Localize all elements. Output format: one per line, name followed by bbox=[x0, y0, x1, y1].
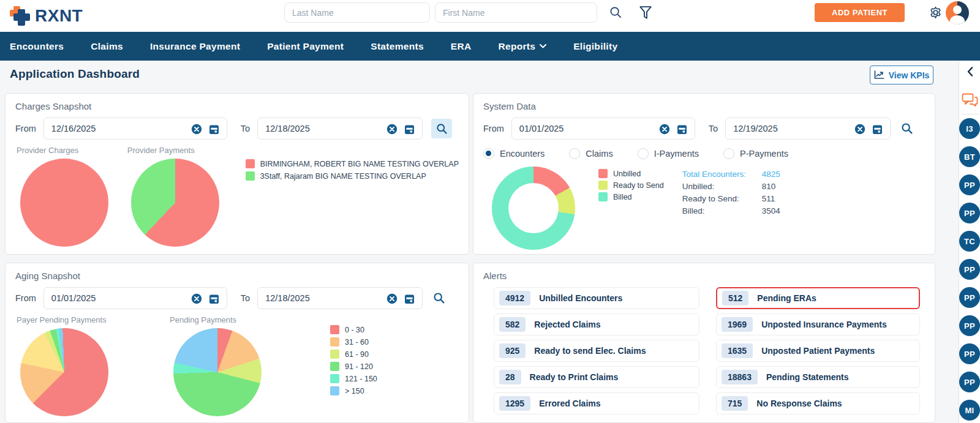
aging-snapshot-panel: Aging Snapshot From To Payer Pending Pay… bbox=[5, 263, 469, 423]
user-avatar[interactable] bbox=[946, 1, 969, 24]
alert-count-badge: 1969 bbox=[722, 317, 753, 332]
legend-label: Ready to Send bbox=[613, 181, 664, 190]
sidebar-divider bbox=[961, 114, 978, 114]
radio-p-payments[interactable]: P-Payments bbox=[723, 148, 788, 159]
legend-swatch bbox=[330, 362, 339, 371]
radio-encounters[interactable]: Encounters bbox=[483, 148, 545, 159]
panel-title: Aging Snapshot bbox=[15, 271, 459, 281]
user-badge[interactable]: PP bbox=[959, 372, 980, 392]
aging-legend: 0 - 30 31 - 60 61 - 90 91 - 120 121 - 15… bbox=[330, 325, 377, 416]
search-button[interactable] bbox=[900, 122, 914, 135]
user-badge[interactable]: PP bbox=[959, 315, 980, 336]
legend-swatch bbox=[330, 386, 339, 395]
user-badge[interactable]: I3 bbox=[959, 118, 980, 139]
from-date-field[interactable] bbox=[43, 118, 227, 140]
search-button[interactable] bbox=[432, 291, 446, 305]
encounters-donut-chart bbox=[492, 167, 575, 250]
calendar-icon[interactable] bbox=[209, 293, 219, 307]
clear-icon[interactable] bbox=[386, 293, 398, 307]
chart-title: Pending Payments bbox=[170, 315, 322, 324]
provider-legend: BIRMINGHAM, ROBERT BIG NAME TESTING OVER… bbox=[246, 159, 459, 247]
to-date-field[interactable] bbox=[257, 287, 423, 309]
chevron-down-icon bbox=[540, 44, 546, 48]
from-date-field[interactable] bbox=[511, 118, 695, 140]
gear-icon[interactable] bbox=[929, 6, 943, 22]
first-name-input[interactable] bbox=[435, 2, 597, 23]
nav-item-statements[interactable]: Statements bbox=[371, 41, 424, 52]
to-date-field[interactable] bbox=[725, 118, 891, 140]
calendar-icon[interactable] bbox=[209, 124, 219, 137]
user-badge[interactable]: MI bbox=[959, 400, 980, 421]
user-badge[interactable]: PP bbox=[959, 343, 980, 364]
user-badge[interactable]: PP bbox=[959, 287, 980, 308]
nav-item-encounters[interactable]: Encounters bbox=[10, 41, 64, 52]
calendar-icon[interactable] bbox=[404, 124, 415, 137]
alert-unposted-insurance-payments[interactable]: 1969Unposted Insurance Payments bbox=[716, 313, 920, 335]
legend-swatch bbox=[598, 181, 608, 190]
alert-label: Ready to Print Claims bbox=[530, 372, 619, 382]
alert-ready-to-send-elec-claims[interactable]: 925Ready to send Elec. Claims bbox=[494, 340, 699, 362]
user-badge[interactable]: PP bbox=[959, 203, 980, 223]
add-patient-button[interactable]: ADD PATIENT bbox=[815, 3, 905, 22]
nav-item-insurance-payment[interactable]: Insurance Payment bbox=[150, 41, 240, 52]
chart-title: Provider Payments bbox=[127, 146, 237, 155]
view-kpis-button[interactable]: View KPIs bbox=[870, 66, 933, 84]
legend-label: 121 - 150 bbox=[345, 375, 377, 383]
clear-icon[interactable] bbox=[191, 293, 202, 307]
calendar-icon[interactable] bbox=[404, 293, 415, 307]
nav-item-claims[interactable]: Claims bbox=[91, 41, 123, 52]
right-sidebar: I3 BT PP PP TC PP PP PP PP PP MI bbox=[959, 61, 980, 423]
alert-pending-statements[interactable]: 18863Pending Statements bbox=[716, 366, 920, 388]
clear-icon[interactable] bbox=[386, 124, 398, 137]
last-name-input[interactable] bbox=[284, 2, 430, 23]
chat-icon[interactable] bbox=[959, 92, 980, 108]
user-badge[interactable]: TC bbox=[959, 231, 980, 252]
legend-swatch bbox=[598, 169, 608, 178]
stat-value: 810 bbox=[762, 182, 776, 191]
legend-swatch bbox=[598, 192, 608, 201]
app-logo: RXNT bbox=[10, 4, 83, 27]
user-badge[interactable]: PP bbox=[959, 174, 980, 195]
alert-rejected-claims[interactable]: 582Rejected Claims bbox=[494, 313, 699, 335]
radio-claims[interactable]: Claims bbox=[569, 148, 612, 159]
panel-title: System Data bbox=[483, 101, 925, 111]
from-label: From bbox=[483, 124, 504, 133]
stat-label: Billed: bbox=[682, 206, 762, 215]
nav-item-patient-payment[interactable]: Patient Payment bbox=[267, 41, 344, 52]
alerts-grid: 4912Unbilled Encounters 512Pending ERAs … bbox=[483, 287, 925, 414]
search-icon bbox=[432, 291, 446, 305]
to-label: To bbox=[241, 293, 250, 303]
alert-ready-to-print-claims[interactable]: 28Ready to Print Claims bbox=[494, 366, 699, 388]
alert-label: Pending Statements bbox=[766, 372, 849, 382]
stat-value: 4825 bbox=[762, 170, 780, 179]
chart-title: Payer Pending Payments bbox=[17, 315, 168, 324]
alert-no-response-claims[interactable]: 715No Response Claims bbox=[716, 392, 920, 414]
search-icon[interactable] bbox=[609, 6, 623, 22]
alert-label: Rejected Claims bbox=[534, 320, 600, 329]
alert-errored-claims[interactable]: 1295Errored Claims bbox=[494, 392, 699, 414]
collapse-chevron-icon[interactable] bbox=[959, 67, 980, 77]
from-date-field[interactable] bbox=[43, 287, 227, 309]
calendar-icon[interactable] bbox=[677, 124, 687, 137]
to-date-field[interactable] bbox=[257, 118, 423, 140]
alert-unbilled-encounters[interactable]: 4912Unbilled Encounters bbox=[494, 287, 699, 309]
alert-unposted-patient-payments[interactable]: 1635Unposted Patient Payments bbox=[716, 340, 920, 362]
user-badge[interactable]: PP bbox=[959, 259, 980, 280]
stat-value: 3504 bbox=[762, 206, 780, 215]
alert-label: Unposted Insurance Payments bbox=[761, 320, 887, 329]
nav-item-eligibility[interactable]: Eligibility bbox=[573, 41, 617, 52]
clear-icon[interactable] bbox=[659, 124, 670, 137]
calendar-icon[interactable] bbox=[872, 124, 883, 137]
nav-item-era[interactable]: ERA bbox=[451, 41, 472, 52]
search-icon bbox=[900, 122, 914, 135]
top-header: RXNT ADD PATIENT bbox=[0, 0, 980, 32]
nav-item-reports[interactable]: Reports bbox=[498, 41, 546, 52]
system-data-type-radios: Encounters Claims I-Payments P-Payments bbox=[483, 148, 925, 159]
user-badge[interactable]: BT bbox=[959, 146, 980, 167]
clear-icon[interactable] bbox=[191, 124, 202, 137]
filter-icon[interactable] bbox=[639, 6, 652, 22]
alert-pending-eras[interactable]: 512Pending ERAs bbox=[716, 287, 920, 309]
radio-i-payments[interactable]: I-Payments bbox=[638, 148, 699, 159]
clear-icon[interactable] bbox=[854, 124, 865, 137]
search-button[interactable] bbox=[431, 119, 452, 138]
